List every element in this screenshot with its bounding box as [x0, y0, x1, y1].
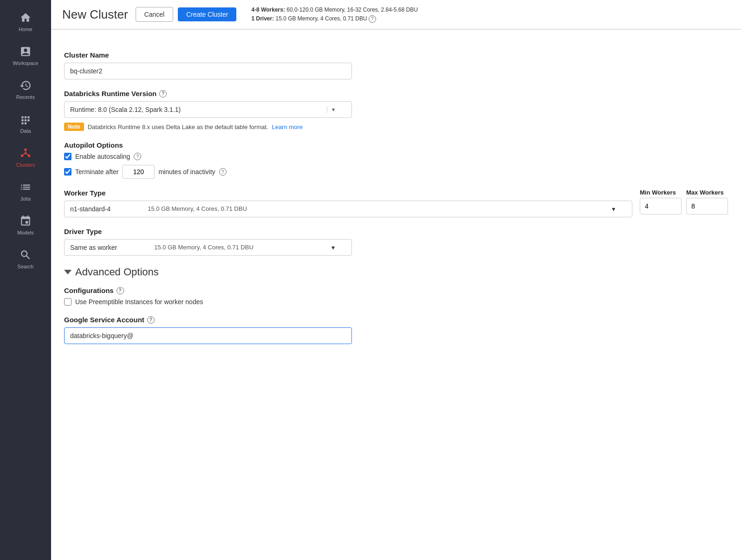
worker-type-label: Worker Type: [64, 189, 632, 197]
sidebar-item-data[interactable]: Data: [0, 106, 51, 140]
sidebar-item-clusters[interactable]: Clusters: [0, 140, 51, 174]
configurations-help-icon[interactable]: ?: [117, 287, 124, 294]
driver-type-value: Same as worker: [70, 244, 117, 251]
sidebar-item-search[interactable]: Search: [0, 242, 51, 276]
runtime-help-icon[interactable]: ?: [159, 90, 167, 98]
driver-info-bold: 1 Driver:: [251, 15, 274, 22]
max-workers-input[interactable]: [686, 198, 728, 215]
sidebar-item-recents[interactable]: Recents: [0, 72, 51, 106]
runtime-select-value: Runtime: 8.0 (Scala 2.12, Spark 3.1.1): [70, 106, 181, 113]
note-text: Databricks Runtime 8.x uses Delta Lake a…: [88, 124, 268, 130]
google-service-help-icon[interactable]: ?: [147, 316, 155, 324]
jobs-icon: [19, 181, 32, 194]
driver-type-chevron-icon: ▾: [332, 244, 335, 251]
google-service-input[interactable]: [64, 327, 352, 344]
worker-type-section: Worker Type n1-standard-4 15.0 GB Memory…: [64, 189, 728, 217]
sidebar-item-jobs[interactable]: Jobs: [0, 174, 51, 208]
models-icon: [19, 215, 32, 228]
driver-info-rest: 15.0 GB Memory, 4 Cores, 0.71 DBU: [276, 15, 367, 22]
workers-info-rest: 60.0-120.0 GB Memory, 16-32 Cores, 2.84-…: [286, 7, 418, 13]
terminate-suffix: minutes of inactivity: [158, 168, 215, 176]
note-badge: Note: [64, 123, 84, 131]
autopilot-section: Autopilot Options Enable autoscaling ? T…: [64, 141, 728, 179]
advanced-collapse-icon: [64, 270, 72, 274]
min-workers-col: Min Workers: [640, 189, 682, 215]
sidebar-item-models[interactable]: Models: [0, 208, 51, 242]
runtime-select-wrapper: Runtime: 8.0 (Scala 2.12, Spark 3.1.1) ▾: [64, 101, 352, 118]
google-service-section: Google Service Account ?: [64, 316, 728, 344]
runtime-label: Databricks Runtime Version ?: [64, 90, 728, 98]
max-workers-label: Max Workers: [686, 189, 728, 196]
terminate-checkbox[interactable]: [64, 168, 72, 176]
page-header: New Cluster Cancel Create Cluster 4-8 Wo…: [51, 0, 741, 29]
preemptible-label: Use Preemptible Instances for worker nod…: [75, 298, 203, 306]
autoscaling-help-icon[interactable]: ?: [134, 153, 141, 160]
autoscaling-label: Enable autoscaling: [75, 153, 130, 160]
driver-type-select-wrapper: Same as worker 15.0 GB Memory, 4 Cores, …: [64, 239, 352, 256]
clusters-icon: [19, 147, 32, 160]
sidebar: Home Workspace Recents Data: [0, 0, 51, 560]
main-content: New Cluster Cancel Create Cluster 4-8 Wo…: [51, 0, 741, 560]
worker-type-specs: 15.0 GB Memory, 4 Cores, 0.71 DBU: [148, 205, 247, 213]
svg-point-0: [24, 149, 26, 151]
advanced-options-label: Advanced Options: [75, 266, 159, 278]
driver-type-section: Driver Type Same as worker 15.0 GB Memor…: [64, 228, 728, 256]
cluster-name-section: Cluster Name: [64, 51, 728, 79]
terminate-label: Terminate after: [75, 168, 118, 176]
sidebar-workspace-label: Workspace: [13, 60, 39, 66]
runtime-select[interactable]: Runtime: 8.0 (Scala 2.12, Spark 3.1.1) ▾: [64, 101, 352, 118]
workspace-icon: [19, 45, 32, 58]
max-workers-col: Max Workers: [686, 189, 728, 215]
driver-type-label: Driver Type: [64, 228, 728, 235]
recents-icon: [19, 79, 32, 92]
sidebar-data-label: Data: [20, 128, 31, 134]
home-icon: [19, 11, 32, 24]
sidebar-jobs-label: Jobs: [20, 196, 31, 202]
runtime-note: Note Databricks Runtime 8.x uses Delta L…: [64, 123, 728, 131]
advanced-options-header[interactable]: Advanced Options: [64, 266, 728, 278]
cancel-button[interactable]: Cancel: [136, 7, 174, 22]
autoscaling-checkbox[interactable]: [64, 153, 72, 160]
terminate-help-icon[interactable]: ?: [219, 168, 227, 176]
driver-type-specs: 15.0 GB Memory, 4 Cores, 0.71 DBU: [154, 244, 254, 251]
autopilot-label: Autopilot Options: [64, 141, 728, 149]
form-content: Cluster Name Databricks Runtime Version …: [51, 40, 741, 560]
autoscaling-row: Enable autoscaling ?: [64, 153, 728, 160]
worker-type-chevron-icon: ▾: [612, 205, 615, 213]
sidebar-recents-label: Recents: [16, 94, 35, 100]
configurations-section: Configurations ? Use Preemptible Instanc…: [64, 287, 728, 306]
search-icon: [19, 248, 32, 261]
page-title: New Cluster: [62, 7, 128, 22]
terminate-input[interactable]: [122, 165, 155, 179]
sidebar-item-workspace[interactable]: Workspace: [0, 39, 51, 72]
worker-type-value: n1-standard-4: [70, 205, 110, 213]
sidebar-item-home[interactable]: Home: [0, 5, 51, 39]
runtime-chevron-icon: ▾: [327, 106, 335, 113]
min-workers-input[interactable]: [640, 198, 682, 215]
header-actions: Cancel Create Cluster: [136, 7, 237, 22]
terminate-row: Terminate after minutes of inactivity ?: [64, 165, 728, 179]
header-divider: [51, 29, 741, 30]
learn-more-link[interactable]: Learn more: [272, 124, 302, 130]
sidebar-models-label: Models: [17, 230, 33, 235]
google-service-label: Google Service Account ?: [64, 316, 728, 324]
preemptible-row: Use Preemptible Instances for worker nod…: [64, 298, 728, 306]
min-workers-label: Min Workers: [640, 189, 682, 196]
sidebar-home-label: Home: [19, 26, 32, 32]
cluster-resource-info: 4-8 Workers: 60.0-120.0 GB Memory, 16-32…: [251, 6, 417, 23]
preemptible-checkbox[interactable]: [64, 298, 72, 306]
driver-help-icon[interactable]: ?: [369, 15, 376, 23]
cluster-name-label: Cluster Name: [64, 51, 728, 59]
runtime-section: Databricks Runtime Version ? Runtime: 8.…: [64, 90, 728, 131]
cluster-name-input[interactable]: [64, 63, 352, 79]
driver-type-select[interactable]: Same as worker 15.0 GB Memory, 4 Cores, …: [64, 239, 352, 256]
sidebar-clusters-label: Clusters: [16, 162, 35, 168]
create-cluster-button[interactable]: Create Cluster: [178, 7, 236, 21]
worker-type-select[interactable]: n1-standard-4 15.0 GB Memory, 4 Cores, 0…: [64, 201, 632, 217]
sidebar-search-label: Search: [18, 264, 34, 269]
configurations-label: Configurations ?: [64, 287, 728, 294]
data-icon: [19, 113, 32, 126]
workers-info-bold: 4-8 Workers:: [251, 7, 285, 13]
